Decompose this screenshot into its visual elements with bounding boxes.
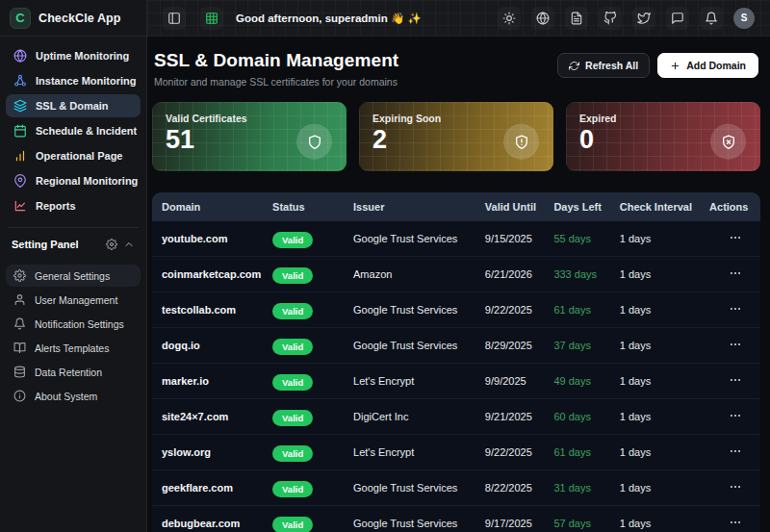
cell-actions xyxy=(709,514,760,532)
settings-item-general-settings[interactable]: General Settings xyxy=(6,265,141,287)
bell-button[interactable] xyxy=(700,7,723,30)
cell-issuer: Google Trust Services xyxy=(353,518,485,529)
app-logo-icon: C xyxy=(10,8,31,29)
cell-domain: yslow.org xyxy=(162,446,272,458)
cell-domain: debugbear.com xyxy=(162,518,272,529)
status-badge: Valid xyxy=(272,267,313,284)
grid-button[interactable] xyxy=(200,7,223,30)
file-text-button[interactable] xyxy=(565,7,588,30)
row-actions-button[interactable] xyxy=(725,443,746,463)
table-row: youtube.comValidGoogle Trust Services9/1… xyxy=(152,221,760,257)
domains-table: DomainStatusIssuerValid UntilDays LeftCh… xyxy=(152,192,760,532)
cell-issuer: Let's Encrypt xyxy=(353,446,485,458)
app-title: CheckCle App xyxy=(38,12,120,25)
settings-item-about-system[interactable]: About System xyxy=(6,385,141,407)
sidebar-item-reports[interactable]: Reports xyxy=(6,194,141,217)
main-content: SSL & Domain Management Monitor and mana… xyxy=(147,37,770,532)
status-badge: Valid xyxy=(272,374,313,391)
cell-valid-until: 9/9/2025 xyxy=(485,375,554,387)
row-actions-button[interactable] xyxy=(725,371,746,392)
sun-button[interactable] xyxy=(498,7,521,30)
cell-domain: marker.io xyxy=(162,375,272,387)
stat-card-expiring-soon: Expiring Soon2 xyxy=(359,102,553,171)
topbar-right-icons: S xyxy=(498,7,755,30)
app-root: C CheckCle App Uptime MonitoringInstance… xyxy=(0,0,770,532)
sidebar-item-regional-monitoring[interactable]: Regional Monitoring xyxy=(6,169,141,192)
column-header-valid-until: Valid Until xyxy=(485,201,554,213)
sidebar-item-schedule-incident[interactable]: Schedule & Incident xyxy=(6,119,141,142)
cell-check-interval: 1 days xyxy=(620,518,709,529)
sidebar-item-ssl-domain[interactable]: SSL & Domain xyxy=(6,94,141,117)
cell-actions xyxy=(709,407,760,427)
gear-icon xyxy=(13,269,26,282)
sidebar-item-uptime-monitoring[interactable]: Uptime Monitoring xyxy=(6,44,141,67)
cell-actions xyxy=(709,371,760,392)
row-actions-button[interactable] xyxy=(725,514,746,532)
row-actions-button[interactable] xyxy=(725,336,746,356)
refresh-icon xyxy=(569,61,579,71)
topbar: Good afternoon, superadmin 👋 ✨ S xyxy=(147,0,770,37)
sidebar-item-operational-page[interactable]: Operational Page xyxy=(6,144,141,167)
stat-label: Expired xyxy=(579,113,747,124)
cell-check-interval: 1 days xyxy=(620,482,709,494)
message-square-button[interactable] xyxy=(666,7,689,30)
column-header-domain: Domain xyxy=(162,201,272,213)
settings-panel-header[interactable]: Setting Panel xyxy=(0,228,146,257)
page-header: SSL & Domain Management Monitor and mana… xyxy=(152,48,760,88)
settings-item-notification-settings[interactable]: Notification Settings xyxy=(6,313,141,335)
app-logo[interactable]: C CheckCle App xyxy=(0,0,146,37)
table-row: debugbear.comValidGoogle Trust Services9… xyxy=(152,506,760,532)
layers-icon xyxy=(13,99,27,113)
row-actions-button[interactable] xyxy=(725,265,746,285)
cell-valid-until: 9/15/2025 xyxy=(485,233,554,244)
settings-item-label: About System xyxy=(35,391,97,402)
cell-status: Valid xyxy=(272,266,353,284)
status-badge: Valid xyxy=(272,517,313,532)
github-icon xyxy=(603,12,617,25)
github-button[interactable] xyxy=(599,7,622,30)
topbar-left-icons xyxy=(163,7,223,30)
table-body: youtube.comValidGoogle Trust Services9/1… xyxy=(152,221,760,532)
column-header-issuer: Issuer xyxy=(353,201,485,213)
cell-days-left: 60 days xyxy=(553,411,619,422)
sidebar-item-label: Reports xyxy=(36,200,76,212)
page-title: SSL & Domain Management xyxy=(154,50,398,71)
message-square-icon xyxy=(671,12,684,25)
cell-issuer: Google Trust Services xyxy=(353,482,485,494)
content-column: Good afternoon, superadmin 👋 ✨ S SSL & D… xyxy=(147,0,770,532)
row-actions-button[interactable] xyxy=(725,478,746,498)
settings-item-data-retention[interactable]: Data Retention xyxy=(6,361,141,383)
cell-actions xyxy=(709,478,760,498)
cell-actions xyxy=(709,336,760,356)
add-domain-button[interactable]: Add Domain xyxy=(657,53,758,78)
cell-valid-until: 8/22/2025 xyxy=(485,482,554,494)
settings-item-user-management[interactable]: User Management xyxy=(6,289,141,311)
row-actions-button[interactable] xyxy=(725,300,746,320)
cell-domain: testcollab.com xyxy=(162,304,272,316)
panel-left-button[interactable] xyxy=(163,7,186,30)
twitter-button[interactable] xyxy=(632,7,655,30)
sidebar-item-instance-monitoring[interactable]: Instance Monitoring xyxy=(6,69,141,92)
row-actions-button[interactable] xyxy=(725,229,746,249)
row-actions-button[interactable] xyxy=(725,407,746,427)
bell-icon xyxy=(705,12,718,25)
globe-button[interactable] xyxy=(531,7,554,30)
cell-status: Valid xyxy=(272,337,353,355)
file-text-icon xyxy=(570,12,583,25)
user-avatar[interactable]: S xyxy=(733,8,755,29)
refresh-all-button[interactable]: Refresh All xyxy=(557,53,650,78)
bar-chart-icon xyxy=(13,149,27,163)
cell-status: Valid xyxy=(272,515,353,532)
sidebar-item-label: Uptime Monitoring xyxy=(36,50,129,62)
cell-issuer: Google Trust Services xyxy=(353,340,485,351)
plus-icon xyxy=(670,61,680,71)
cell-actions xyxy=(709,229,760,249)
settings-item-alerts-templates[interactable]: Alerts Templates xyxy=(6,337,141,359)
sidebar: C CheckCle App Uptime MonitoringInstance… xyxy=(0,0,147,532)
cell-days-left: 31 days xyxy=(553,482,619,494)
table-row: marker.ioValidLet's Encrypt9/9/202549 da… xyxy=(152,364,760,399)
status-badge: Valid xyxy=(272,481,313,497)
shield-alert-icon xyxy=(503,124,539,160)
sidebar-item-label: Instance Monitoring xyxy=(36,75,137,87)
database-icon xyxy=(13,366,26,378)
